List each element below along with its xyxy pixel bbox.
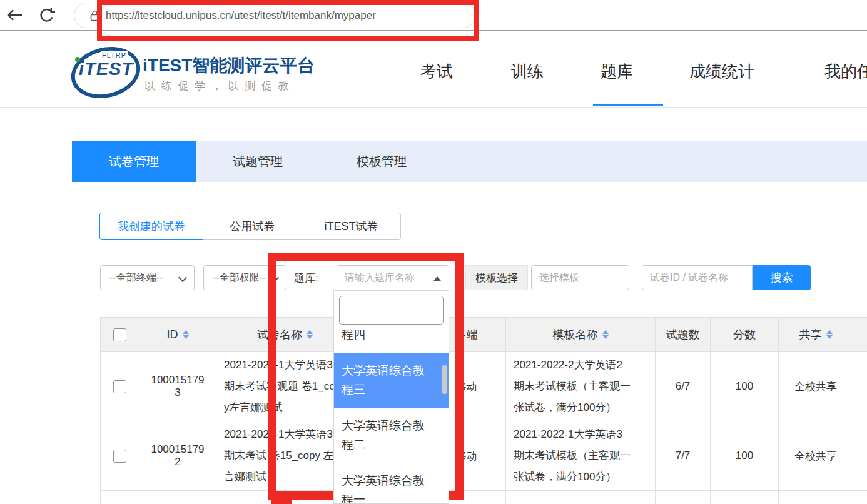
tab-template-management[interactable]: 模板管理 xyxy=(320,141,444,182)
bank-filter-label: 题库: xyxy=(294,271,318,285)
paper-scope-switch: 我创建的试卷 公用试卷 iTEST试卷 xyxy=(99,213,401,240)
table-row: 1000151793 2021-2022-1大学英语3 期末考试客观题 卷1_c… xyxy=(101,352,867,421)
header-template-name[interactable]: 模板名称 xyxy=(506,318,656,352)
select-all-checkbox[interactable] xyxy=(113,328,126,341)
header-question-count: 试题数 xyxy=(656,318,711,352)
cell-template-name: 2021-2022-1大学英语3 期末考试模板（主客观一 张试卷，满分100分） xyxy=(506,421,656,491)
subtab-my-papers[interactable]: 我创建的试卷 xyxy=(99,213,203,240)
site-title: iTEST智能测评云平台 xyxy=(143,54,315,78)
cell-share xyxy=(779,491,853,504)
sort-icon[interactable] xyxy=(307,330,313,339)
cell-score xyxy=(711,491,779,504)
refresh-icon[interactable] xyxy=(38,7,55,24)
cell-question-count xyxy=(656,491,711,504)
subtab-itest-papers[interactable]: iTEST试卷 xyxy=(302,213,401,240)
bank-dropdown-panel: 大学英语综合教 程四 大学英语综合教 程三 大学英语综合教 程二 大学英语综合教… xyxy=(333,290,449,504)
cell-extra xyxy=(853,491,867,504)
header-score: 分数 xyxy=(711,318,779,352)
cell-score: 100 xyxy=(711,352,779,421)
bank-filter-combobox[interactable]: 请输入题库名称 xyxy=(337,265,449,290)
logo-wordmark: iTEST xyxy=(79,59,133,79)
row-checkbox[interactable] xyxy=(113,450,126,463)
browser-toolbar: https://itestcloud.unipus.cn/utest/itest… xyxy=(0,0,867,31)
cell-score: 100 xyxy=(711,421,779,491)
nav-item-itembank[interactable]: 题库 xyxy=(601,61,633,83)
bank-option[interactable]: 大学英语综合教 程四 xyxy=(334,325,449,353)
nav-item-score-stats[interactable]: 成绩统计 xyxy=(689,61,754,83)
nav-item-my-tasks[interactable]: 我的任务 xyxy=(824,61,867,83)
url-text: https://itestcloud.unipus.cn/utest/itest… xyxy=(106,9,376,22)
cell-id: 1000151793 xyxy=(139,352,216,421)
template-select-button[interactable]: 模板选择 xyxy=(465,265,528,290)
tab-question-management[interactable]: 试题管理 xyxy=(196,141,320,182)
header-extra xyxy=(853,318,867,352)
back-icon[interactable] xyxy=(5,7,24,23)
itembank-tabbar: 试卷管理 试题管理 模板管理 xyxy=(72,141,867,182)
address-bar[interactable]: https://itestcloud.unipus.cn/utest/itest… xyxy=(74,3,475,28)
cell-share: 全校共享 xyxy=(779,352,853,421)
active-nav-underline xyxy=(593,104,663,106)
tab-paper-management[interactable]: 试卷管理 xyxy=(72,141,196,182)
caret-up-icon xyxy=(434,276,441,281)
bank-dropdown-search-input[interactable] xyxy=(339,296,444,325)
chevron-down-icon xyxy=(178,273,187,282)
chevron-down-icon xyxy=(270,273,279,282)
bank-option-list: 大学英语综合教 程四 大学英语综合教 程三 大学英语综合教 程二 大学英语综合教… xyxy=(334,325,449,503)
cell-share: 全校共享 xyxy=(779,421,853,491)
logo-fltrp-text: FLTRP xyxy=(101,51,128,59)
paper-search-input[interactable] xyxy=(642,265,753,290)
header-id[interactable]: ID xyxy=(139,318,216,352)
bank-option[interactable]: 大学英语综合教 程二 xyxy=(334,408,449,463)
header-share[interactable]: 共享 xyxy=(779,318,853,352)
sort-icon[interactable] xyxy=(183,330,189,339)
cell-template-name: 2021-2022-2大学英语2 期末考试模板（主客观一 张试卷，满分100分） xyxy=(506,352,656,421)
cell-question-count: 7/7 xyxy=(656,421,711,491)
paper-table: ID 试卷名称 终端 模板名称 试题数 分数 共享 1000151793 202… xyxy=(100,317,867,504)
nav-item-training[interactable]: 训练 xyxy=(511,61,544,83)
header-terminal[interactable]: 终端 xyxy=(446,318,506,352)
terminal-filter-value: --全部终端-- xyxy=(109,271,163,285)
permission-filter-value: --全部权限-- xyxy=(213,271,266,285)
template-input[interactable] xyxy=(531,265,629,290)
bank-option-highlighted[interactable]: 大学英语综合教 程三 xyxy=(334,353,449,408)
cell-id xyxy=(139,491,216,504)
table-row: 2021-2022-2大学英语2 2021-2022-2大学英语2 xyxy=(101,491,867,504)
terminal-filter-select[interactable]: --全部终端-- xyxy=(100,265,195,290)
header-divider xyxy=(0,107,867,108)
row-checkbox[interactable] xyxy=(113,380,126,393)
bank-filter-placeholder: 请输入题库名称 xyxy=(345,271,415,285)
dropdown-scrollbar-thumb[interactable] xyxy=(442,365,447,394)
cell-extra xyxy=(853,352,867,421)
table-header-row: ID 试卷名称 终端 模板名称 试题数 分数 共享 xyxy=(101,318,867,352)
search-button[interactable]: 搜索 xyxy=(753,265,811,290)
cell-id: 1000151792 xyxy=(139,421,216,491)
cell-terminal: 移动 xyxy=(446,352,506,421)
sort-icon[interactable] xyxy=(602,330,609,339)
cell-terminal xyxy=(446,491,506,504)
cell-terminal: 移动 xyxy=(446,421,506,491)
nav-item-exam[interactable]: 考试 xyxy=(420,61,453,83)
site-slogan: 以 练 促 学 ， 以 测 促 教 xyxy=(144,79,290,93)
bank-option[interactable]: 大学英语综合教 程一 xyxy=(334,463,449,503)
lock-icon xyxy=(89,10,100,21)
subtab-public-papers[interactable]: 公用试卷 xyxy=(203,213,302,240)
cell-template-name: 2021-2022-2大学英语2 xyxy=(506,491,656,504)
permission-filter-select[interactable]: --全部权限-- xyxy=(203,265,286,290)
cell-extra xyxy=(853,421,867,491)
table-row: 1000151792 2021-2022-1大学英语3 期末考试 卷15_cop… xyxy=(101,421,867,491)
sort-icon[interactable] xyxy=(826,330,833,339)
cell-question-count: 6/7 xyxy=(656,352,711,421)
